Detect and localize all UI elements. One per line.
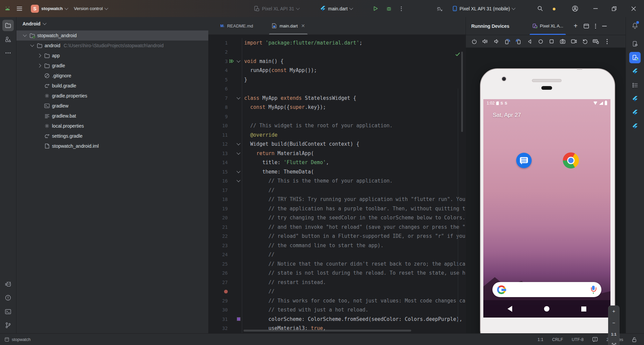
hardware-input-button[interactable] [591, 37, 601, 46]
code-line-16[interactable]: 16 // This is the theme of your applicat… [208, 177, 466, 186]
code-line-7[interactable]: 7class MyApp extends StatelessWidget { [208, 93, 466, 103]
terminal-tool-button[interactable] [2, 306, 14, 317]
tree-item-gradle-properties[interactable]: gradle.properties [16, 91, 208, 101]
mic-icon[interactable] [591, 286, 596, 294]
code-editor[interactable]: 1import 'package:flutter/material.dart';… [208, 35, 466, 333]
tree-item-app[interactable]: app [16, 51, 208, 61]
device-scheme-selector[interactable]: Pixel XL API 31 [251, 3, 302, 14]
volume-up-button[interactable] [480, 37, 490, 46]
restore-button[interactable] [580, 37, 590, 46]
run-button[interactable] [370, 3, 381, 14]
code-line-10[interactable]: 10 // This widget is the root of your ap… [208, 121, 466, 131]
tree-item-android[interactable]: androidC:\Users\hiro-\StudioProjects\sto… [16, 41, 208, 51]
logcat-button[interactable] [2, 278, 14, 290]
rotate-right-button[interactable] [514, 37, 523, 46]
power-button[interactable] [469, 37, 479, 46]
code-line-23[interactable]: 23 // the command line to start the app)… [208, 241, 466, 250]
editor-tab-main-dart[interactable]: main.dart✕ [267, 17, 310, 34]
chevron-down-icon[interactable] [29, 45, 36, 46]
run-line-icon[interactable] [229, 59, 234, 63]
layout-icon[interactable] [581, 24, 592, 28]
code-line-5[interactable]: 5} [208, 75, 466, 84]
zoom-out-button[interactable]: − [612, 320, 615, 325]
code-line-30[interactable]: 30 // tested with just a hot reload. [208, 305, 466, 315]
code-line-4[interactable]: 4 runApp(const MyApp()); [208, 66, 466, 75]
more-run-options-button[interactable] [398, 3, 405, 14]
status-utf-8[interactable]: UTF-8 [572, 337, 584, 342]
running-devices-button[interactable] [629, 52, 641, 63]
code-line-2[interactable]: 2 [208, 48, 466, 57]
tree-item-gradle[interactable]: gradle [16, 61, 208, 71]
google-search-bar[interactable] [492, 282, 601, 297]
status-1-1[interactable]: 1:1 [538, 337, 543, 342]
code-line-6[interactable]: 6 [208, 84, 466, 94]
more-vertical-button[interactable] [602, 37, 612, 46]
device-manager-button[interactable] [629, 38, 641, 50]
nav-overview-button[interactable] [581, 306, 586, 312]
structure-button[interactable] [629, 79, 641, 91]
tree-item-gradlew[interactable]: gradlew [16, 101, 208, 111]
zoom-in-button[interactable]: + [612, 308, 615, 314]
flutter-property-button[interactable] [629, 121, 641, 132]
git-branch-button[interactable] [2, 320, 14, 331]
fold-chevron-icon[interactable] [236, 59, 240, 62]
unlock-icon[interactable] [632, 337, 637, 342]
attach-debugger-button[interactable] [433, 3, 446, 14]
close-button[interactable] [626, 0, 641, 17]
inspection-widget-icon[interactable] [592, 337, 598, 342]
code-line-11[interactable]: 11 @override [208, 130, 466, 140]
vcs-widget[interactable]: Version control [71, 3, 111, 14]
flutter-outline-button[interactable] [629, 66, 641, 77]
code-line-31[interactable]: 31 colorScheme: ColorScheme.fromSeed(see… [208, 315, 466, 324]
code-line-14[interactable]: 14 title: 'Flutter Demo', [208, 158, 466, 167]
close-tab-icon[interactable]: ✕ [301, 23, 305, 28]
chevron-down-icon[interactable] [21, 35, 29, 36]
code-line-17[interactable]: 17 // [208, 186, 466, 195]
code-line-18[interactable]: 18 // TRY THIS: Try running your applica… [208, 195, 466, 204]
tree-item-stopwatch-android[interactable]: stopwatch_android [16, 30, 208, 41]
restore-button[interactable] [606, 0, 622, 17]
tree-item--gitignore[interactable]: .gitignore [16, 71, 208, 81]
more-horizontal-button[interactable] [2, 47, 14, 59]
messages-app-icon[interactable] [516, 153, 532, 168]
chevron-right-icon[interactable] [36, 64, 43, 67]
add-device-button[interactable]: + [571, 22, 581, 30]
project-view-selector[interactable]: Android [16, 17, 208, 30]
code-line-27[interactable]: 27 // restart instead. [208, 278, 466, 287]
main-menu-button[interactable] [14, 3, 25, 14]
profile-button[interactable] [569, 3, 581, 14]
code-line-1[interactable]: 1import 'package:flutter/material.dart'; [208, 38, 466, 48]
device-selector[interactable]: Pixel XL API 31 (mobile) [449, 3, 518, 14]
tree-item-stopwatch-android-iml[interactable]: stopwatch_android.iml [16, 141, 208, 151]
code-line-24[interactable]: 24 // [208, 250, 466, 260]
code-line-20[interactable]: 20 // try changing the seedColor in the … [208, 213, 466, 223]
volume-down-button[interactable] [491, 37, 501, 46]
nav-back-button[interactable] [507, 306, 512, 312]
code-line-25[interactable]: 25 // Notice that the counter didn't res… [208, 259, 466, 269]
settings-button[interactable] [551, 3, 557, 14]
screen-record-button[interactable] [569, 37, 579, 46]
vertical-scrollbar[interactable] [461, 52, 463, 132]
screenshot-button[interactable] [558, 37, 568, 46]
code-line-15[interactable]: 15 theme: ThemeData( [208, 167, 466, 177]
rotate-left-button[interactable] [502, 37, 512, 46]
editor-tab-readme-md[interactable]: M↓README.md [216, 17, 258, 34]
tree-item-local-properties[interactable]: local.properties [16, 121, 208, 131]
code-line-28[interactable]: // [208, 287, 466, 296]
device-tab[interactable]: Pixel XL A... [529, 17, 567, 35]
code-line-22[interactable]: 22 // reload" button in a Flutter-suppor… [208, 232, 466, 241]
chrome-app-icon[interactable] [563, 152, 579, 168]
breakpoint-icon[interactable] [224, 290, 228, 293]
fold-chevron-icon[interactable] [236, 142, 240, 145]
fold-chevron-icon[interactable] [236, 95, 240, 99]
inspection-ok-icon[interactable] [455, 52, 460, 56]
fold-chevron-icon[interactable] [236, 169, 240, 173]
status-project-widget[interactable]: stopwatch [5, 337, 31, 342]
code-line-8[interactable]: 8 const MyApp({super.key}); [208, 103, 466, 112]
tree-item-settings-gradle[interactable]: settings.gradle [16, 131, 208, 141]
tree-item-build-gradle[interactable]: build.gradle [16, 81, 208, 91]
fold-chevron-icon[interactable] [236, 151, 240, 154]
minimize-button[interactable] [588, 0, 603, 17]
search-everywhere-button[interactable] [534, 3, 546, 14]
notifications-button[interactable] [629, 20, 641, 31]
